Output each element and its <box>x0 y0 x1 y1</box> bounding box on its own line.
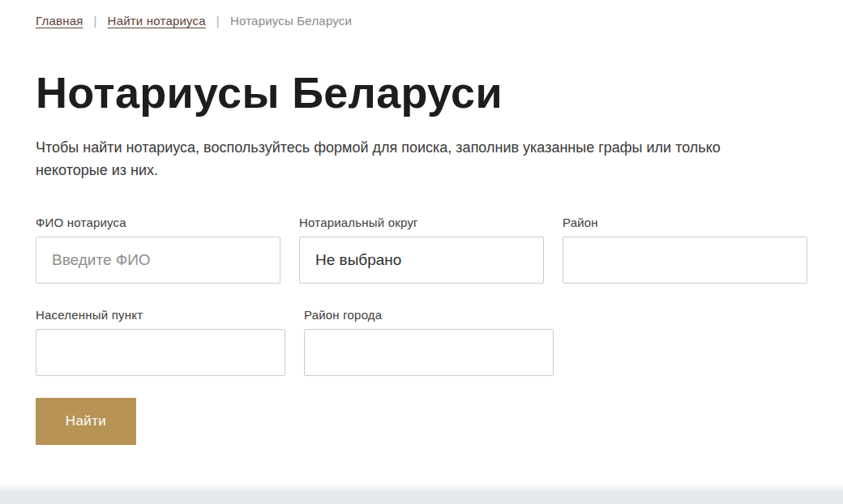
breadcrumb-separator: | <box>94 14 97 28</box>
breadcrumb-current: Нотариусы Беларуси <box>230 14 352 28</box>
notary-district-select[interactable]: Не выбрано <box>299 237 544 284</box>
breadcrumb: Главная | Найти нотариуса | Нотариусы Бе… <box>36 14 807 28</box>
field-settlement: Населенный пункт <box>36 308 285 376</box>
region-label: Район <box>563 216 807 229</box>
search-button[interactable]: Найти <box>36 398 136 445</box>
notary-search-form: ФИО нотариуса Нотариальный округ Не выбр… <box>36 216 807 445</box>
fio-input[interactable] <box>36 237 280 284</box>
page-title: Нотариусы Беларуси <box>36 68 807 117</box>
breadcrumb-link-home[interactable]: Главная <box>36 14 83 28</box>
form-row-2: Населенный пункт Район города <box>36 308 807 376</box>
field-notary-district: Нотариальный округ Не выбрано <box>299 216 544 284</box>
region-input[interactable] <box>563 237 807 284</box>
page-container: Главная | Найти нотариуса | Нотариусы Бе… <box>0 0 843 445</box>
notary-district-label: Нотариальный округ <box>299 216 544 229</box>
page-description: Чтобы найти нотариуса, воспользуйтесь фо… <box>36 136 794 182</box>
form-row-1: ФИО нотариуса Нотариальный округ Не выбр… <box>36 216 807 284</box>
field-city-district: Район города <box>304 308 554 376</box>
city-district-input[interactable] <box>304 329 554 376</box>
breadcrumb-separator: | <box>216 14 220 28</box>
settlement-label: Населенный пункт <box>36 308 285 322</box>
fio-label: ФИО нотариуса <box>36 216 280 229</box>
field-fio: ФИО нотариуса <box>36 216 280 284</box>
settlement-input[interactable] <box>36 329 285 376</box>
footer-band <box>0 483 843 504</box>
field-region: Район <box>563 216 807 284</box>
breadcrumb-link-find-notary[interactable]: Найти нотариуса <box>108 14 206 28</box>
city-district-label: Район города <box>304 308 554 322</box>
